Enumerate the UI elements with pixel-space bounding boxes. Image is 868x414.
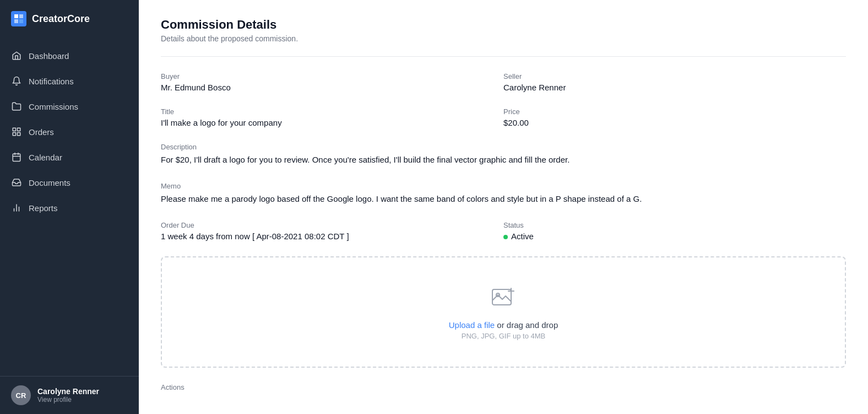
svg-rect-3 bbox=[19, 19, 23, 23]
description-text: For $20, I'll draft a logo for you to re… bbox=[161, 153, 846, 166]
folder-icon bbox=[11, 101, 22, 112]
details-grid: Buyer Mr. Edmund Bosco Seller Carolyne R… bbox=[161, 72, 846, 127]
buyer-label: Buyer bbox=[161, 72, 503, 80]
bell-icon bbox=[11, 76, 22, 87]
title-field: Title I'll make a logo for your company bbox=[161, 107, 503, 127]
home-icon bbox=[11, 50, 22, 61]
description-label: Description bbox=[161, 143, 846, 151]
sidebar-item-dashboard[interactable]: Dashboard bbox=[0, 43, 139, 68]
avatar: CR bbox=[11, 385, 31, 405]
app-logo: CreatorCore bbox=[0, 0, 139, 37]
footer-user-info: Carolyne Renner View profile bbox=[37, 387, 99, 404]
page-subtitle: Details about the proposed commission. bbox=[161, 34, 846, 43]
actions-section: Actions bbox=[161, 383, 846, 391]
svg-rect-7 bbox=[13, 133, 15, 136]
upload-icon bbox=[490, 284, 517, 313]
upload-hint: PNG, JPG, GIF up to 4MB bbox=[462, 332, 545, 340]
order-due-label: Order Due bbox=[161, 221, 503, 229]
sidebar-item-orders[interactable]: Orders bbox=[0, 119, 139, 144]
sidebar-nav: Dashboard Notifications Commissions bbox=[0, 37, 139, 376]
main-content: Commission Details Details about the pro… bbox=[139, 0, 868, 414]
title-value: I'll make a logo for your company bbox=[161, 118, 503, 127]
sidebar-item-label: Dashboard bbox=[29, 51, 69, 61]
content-area: Commission Details Details about the pro… bbox=[139, 0, 868, 414]
view-profile-link[interactable]: View profile bbox=[37, 396, 99, 404]
memo-label: Memo bbox=[161, 182, 846, 190]
sidebar-footer: CR Carolyne Renner View profile bbox=[0, 376, 139, 414]
svg-rect-8 bbox=[13, 154, 20, 162]
title-label: Title bbox=[161, 107, 503, 116]
calendar-icon bbox=[11, 152, 22, 163]
svg-rect-2 bbox=[14, 19, 18, 23]
svg-rect-1 bbox=[19, 14, 23, 18]
price-value: $20.00 bbox=[503, 118, 846, 127]
price-label: Price bbox=[503, 107, 846, 116]
buyer-field: Buyer Mr. Edmund Bosco bbox=[161, 72, 503, 92]
sidebar-item-label: Orders bbox=[29, 127, 54, 137]
status-value: Active bbox=[503, 232, 846, 241]
sidebar-item-reports[interactable]: Reports bbox=[0, 195, 139, 221]
upload-or-text: or drag and drop bbox=[495, 320, 558, 330]
svg-rect-0 bbox=[14, 14, 18, 18]
status-label: Status bbox=[503, 221, 846, 229]
memo-section: Memo Please make me a parody logo based … bbox=[161, 182, 846, 206]
status-field: Status Active bbox=[503, 221, 846, 241]
grid-icon bbox=[11, 126, 22, 137]
divider bbox=[161, 56, 846, 57]
actions-label: Actions bbox=[161, 383, 846, 391]
logo-icon bbox=[11, 11, 26, 26]
sidebar-item-label: Notifications bbox=[29, 77, 74, 86]
status-dot bbox=[503, 235, 508, 239]
sidebar-item-calendar[interactable]: Calendar bbox=[0, 144, 139, 170]
seller-label: Seller bbox=[503, 72, 846, 80]
sidebar-item-label: Commissions bbox=[29, 102, 78, 111]
sidebar-item-commissions[interactable]: Commissions bbox=[0, 94, 139, 119]
seller-field: Seller Carolyne Renner bbox=[503, 72, 846, 92]
memo-text: Please make me a parody logo based off t… bbox=[161, 192, 846, 206]
app-name: CreatorCore bbox=[32, 13, 90, 25]
upload-zone[interactable]: Upload a file or drag and drop PNG, JPG,… bbox=[161, 256, 846, 368]
sidebar-item-label: Calendar bbox=[29, 153, 62, 162]
svg-rect-4 bbox=[13, 128, 15, 131]
upload-text: Upload a file or drag and drop bbox=[449, 320, 558, 330]
order-due-section: Order Due 1 week 4 days from now [ Apr-0… bbox=[161, 221, 846, 241]
svg-rect-6 bbox=[18, 133, 20, 136]
buyer-value: Mr. Edmund Bosco bbox=[161, 83, 503, 92]
sidebar-item-documents[interactable]: Documents bbox=[0, 170, 139, 195]
sidebar-item-notifications[interactable]: Notifications bbox=[0, 68, 139, 94]
page-title: Commission Details bbox=[161, 18, 846, 32]
order-due-field: Order Due 1 week 4 days from now [ Apr-0… bbox=[161, 221, 503, 241]
chart-icon bbox=[11, 202, 22, 213]
upload-link[interactable]: Upload a file bbox=[449, 320, 495, 330]
order-due-value: 1 week 4 days from now [ Apr-08-2021 08:… bbox=[161, 232, 503, 241]
status-text: Active bbox=[511, 232, 534, 241]
document-icon bbox=[11, 177, 22, 188]
svg-rect-5 bbox=[18, 128, 20, 131]
user-name: Carolyne Renner bbox=[37, 387, 99, 396]
sidebar-item-label: Documents bbox=[29, 178, 70, 187]
seller-value: Carolyne Renner bbox=[503, 83, 846, 92]
sidebar: CreatorCore Dashboard Notifications bbox=[0, 0, 139, 414]
description-section: Description For $20, I'll draft a logo f… bbox=[161, 143, 846, 166]
sidebar-item-label: Reports bbox=[29, 203, 58, 213]
price-field: Price $20.00 bbox=[503, 107, 846, 127]
